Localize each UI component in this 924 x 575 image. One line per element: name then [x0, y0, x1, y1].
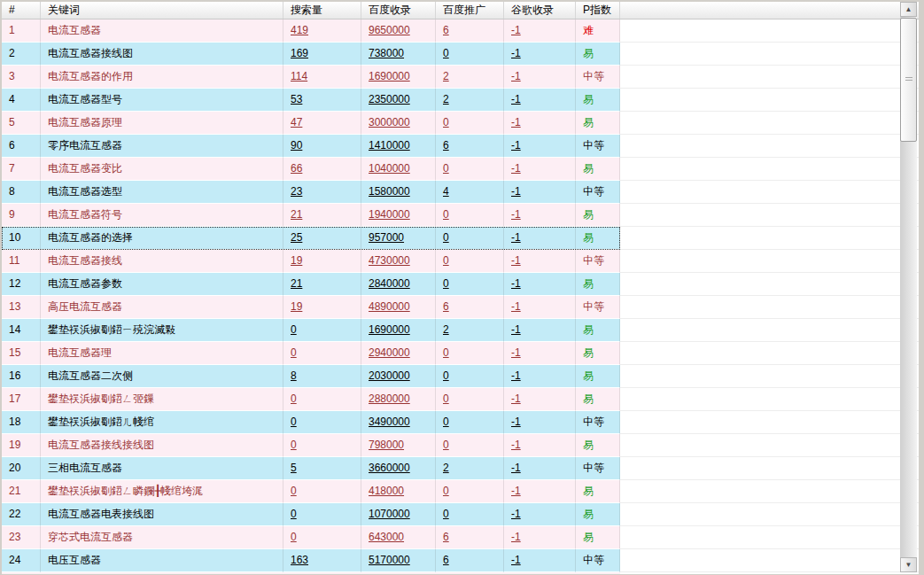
search_volume-link[interactable]: 0 — [291, 531, 297, 543]
baidu_index-link[interactable]: 1040000 — [369, 162, 410, 175]
column-header-baidu_promo[interactable]: 百度推广 — [436, 2, 504, 19]
baidu_index-link[interactable]: 2350000 — [369, 93, 410, 105]
search_volume-link[interactable]: 53 — [291, 93, 302, 105]
table-row-cells[interactable]: 9电流互感器符号2119400000-1易 — [2, 204, 620, 227]
google_index-link[interactable]: -1 — [511, 416, 521, 428]
baidu_promo-link[interactable]: 0 — [443, 416, 449, 428]
baidu_index-link[interactable]: 3660000 — [369, 462, 410, 474]
search_volume-link[interactable]: 23 — [291, 185, 302, 198]
table-row-cells[interactable]: 12电流互感器参数2128400000-1易 — [2, 273, 620, 296]
baidu_index-link[interactable]: 2940000 — [369, 346, 410, 359]
baidu_promo-link[interactable]: 0 — [443, 208, 449, 221]
baidu_promo-link[interactable]: 2 — [443, 462, 449, 474]
scrollbar-track[interactable] — [900, 17, 917, 557]
google_index-link[interactable]: -1 — [511, 323, 521, 336]
table-row-cells[interactable]: 2电流互感器接线图1697380000-1易 — [2, 43, 620, 66]
baidu_promo-link[interactable]: 6 — [443, 300, 449, 313]
search_volume-link[interactable]: 5 — [291, 462, 297, 474]
baidu_index-link[interactable]: 3000000 — [369, 116, 410, 128]
google_index-link[interactable]: -1 — [511, 70, 521, 82]
google_index-link[interactable]: -1 — [511, 162, 521, 175]
search_volume-link[interactable]: 169 — [291, 47, 308, 59]
table-row-cells[interactable]: 5电流互感器原理4730000000-1易 — [2, 112, 620, 135]
baidu_promo-link[interactable]: 6 — [443, 139, 449, 152]
search_volume-link[interactable]: 8 — [291, 369, 297, 382]
baidu_promo-link[interactable]: 6 — [443, 554, 449, 566]
scrollbar-thumb[interactable] — [900, 18, 917, 142]
google_index-link[interactable]: -1 — [511, 508, 521, 520]
table-row-cells[interactable]: 21鐢垫祦浜掓劅鍣ㄥ瞵鑭╂帴绾垮浘04180000-1易 — [2, 480, 620, 503]
baidu_promo-link[interactable]: 0 — [443, 485, 449, 497]
baidu_index-link[interactable]: 643000 — [369, 531, 404, 543]
google_index-link[interactable]: -1 — [511, 254, 521, 267]
baidu_index-link[interactable]: 4730000 — [369, 254, 410, 267]
google_index-link[interactable]: -1 — [511, 392, 521, 405]
baidu_promo-link[interactable]: 2 — [443, 323, 449, 336]
baidu_promo-link[interactable]: 0 — [443, 439, 449, 451]
search_volume-link[interactable]: 21 — [291, 208, 302, 221]
baidu_index-link[interactable]: 418000 — [369, 485, 404, 497]
google_index-link[interactable]: -1 — [511, 47, 521, 59]
google_index-link[interactable]: -1 — [511, 346, 521, 359]
search_volume-link[interactable]: 163 — [291, 554, 308, 566]
search_volume-link[interactable]: 0 — [291, 323, 297, 336]
google_index-link[interactable]: -1 — [511, 531, 521, 543]
search_volume-link[interactable]: 419 — [291, 24, 308, 36]
baidu_promo-link[interactable]: 0 — [443, 162, 449, 175]
table-row-cells[interactable]: 20三相电流互感器536600002-1中等 — [2, 457, 620, 480]
search_volume-link[interactable]: 19 — [291, 254, 302, 267]
baidu_index-link[interactable]: 1940000 — [369, 208, 410, 221]
baidu_index-link[interactable]: 798000 — [369, 439, 404, 451]
baidu_promo-link[interactable]: 0 — [443, 254, 449, 267]
scrollbar-up-button[interactable]: ▲ — [900, 2, 917, 17]
google_index-link[interactable]: -1 — [511, 277, 521, 290]
search_volume-link[interactable]: 66 — [291, 162, 302, 175]
baidu_index-link[interactable]: 1690000 — [369, 323, 410, 336]
google_index-link[interactable]: -1 — [511, 462, 521, 474]
google_index-link[interactable]: -1 — [511, 300, 521, 313]
search_volume-link[interactable]: 0 — [291, 439, 297, 451]
column-header-search_volume[interactable]: 搜索量 — [283, 2, 361, 19]
column-header-baidu_index[interactable]: 百度收录 — [361, 2, 436, 19]
google_index-link[interactable]: -1 — [511, 24, 521, 36]
baidu_promo-link[interactable]: 0 — [443, 369, 449, 382]
google_index-link[interactable]: -1 — [511, 93, 521, 105]
table-row-cells[interactable]: 19电流互感器接线接线图07980000-1易 — [2, 434, 620, 457]
scrollbar-down-button[interactable]: ▼ — [900, 557, 917, 572]
search_volume-link[interactable]: 19 — [291, 300, 302, 313]
search_volume-link[interactable]: 25 — [291, 231, 302, 244]
search_volume-link[interactable]: 0 — [291, 346, 297, 359]
google_index-link[interactable]: -1 — [511, 485, 521, 497]
table-row-cells[interactable]: 14鐢垫祦浜掓劅鍣ㄧ殑浣滅敤016900002-1易 — [2, 319, 620, 342]
table-row-cells[interactable]: 15电流互感器理029400000-1易 — [2, 342, 620, 365]
search_volume-link[interactable]: 90 — [291, 139, 302, 152]
baidu_index-link[interactable]: 1410000 — [369, 139, 410, 152]
baidu_index-link[interactable]: 2030000 — [369, 369, 410, 382]
baidu_index-link[interactable]: 1070000 — [369, 508, 410, 520]
table-row-cells[interactable]: 17鐢垫祦浜掓劅鍣ㄥ弬鏁028800000-1易 — [2, 388, 620, 411]
vertical-scrollbar[interactable]: ▲ ▼ — [900, 2, 917, 572]
table-row-cells[interactable]: 1电流互感器41996500006-1难 — [2, 19, 620, 43]
table-row-cells[interactable]: 8电流互感器选型2315800004-1中等 — [2, 181, 620, 204]
baidu_promo-link[interactable]: 0 — [443, 116, 449, 128]
baidu_promo-link[interactable]: 0 — [443, 392, 449, 405]
baidu_promo-link[interactable]: 2 — [443, 93, 449, 105]
google_index-link[interactable]: -1 — [511, 231, 521, 244]
baidu_promo-link[interactable]: 0 — [443, 47, 449, 59]
baidu_promo-link[interactable]: 6 — [443, 531, 449, 543]
baidu_index-link[interactable]: 957000 — [369, 231, 404, 244]
search_volume-link[interactable]: 47 — [291, 116, 302, 128]
google_index-link[interactable]: -1 — [511, 369, 521, 382]
baidu_index-link[interactable]: 4890000 — [369, 300, 410, 313]
table-row-cells[interactable]: 11电流互感器接线1947300000-1中等 — [2, 250, 620, 273]
column-header-p_index[interactable]: P指数 — [576, 2, 620, 19]
baidu_index-link[interactable]: 2840000 — [369, 277, 410, 290]
table-row-cells[interactable]: 16电流互感器二次侧820300000-1易 — [2, 365, 620, 388]
table-row-cells[interactable]: 3电流互感器的作用11416900002-1中等 — [2, 66, 620, 89]
google_index-link[interactable]: -1 — [511, 139, 521, 152]
table-row-cells[interactable]: 10电流互感器的选择259570000-1易 — [2, 227, 620, 250]
baidu_index-link[interactable]: 1580000 — [369, 185, 410, 198]
google_index-link[interactable]: -1 — [511, 554, 521, 566]
search_volume-link[interactable]: 0 — [291, 392, 297, 405]
column-header-keyword[interactable]: 关键词 — [41, 2, 283, 19]
